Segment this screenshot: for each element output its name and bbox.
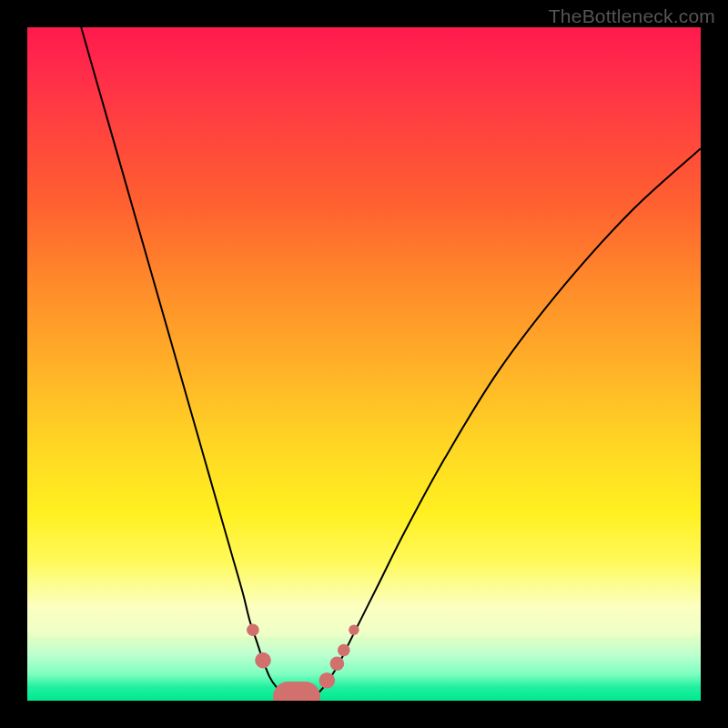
watermark-text: TheBottleneck.com <box>549 5 715 27</box>
chart-container: TheBottleneck.com <box>0 0 728 728</box>
bottleneck-curve <box>81 27 701 701</box>
highlight-dot <box>255 652 271 669</box>
highlight-dot <box>349 625 359 635</box>
highlight-bar <box>273 682 320 701</box>
curve-svg <box>27 27 701 701</box>
highlight-dot <box>247 624 259 637</box>
highlight-dots-group <box>247 624 359 689</box>
plot-area <box>27 27 701 701</box>
highlight-dot <box>319 672 336 689</box>
highlight-dot <box>338 644 350 657</box>
highlight-dot <box>330 657 345 672</box>
highlight-bar-group <box>273 682 320 701</box>
